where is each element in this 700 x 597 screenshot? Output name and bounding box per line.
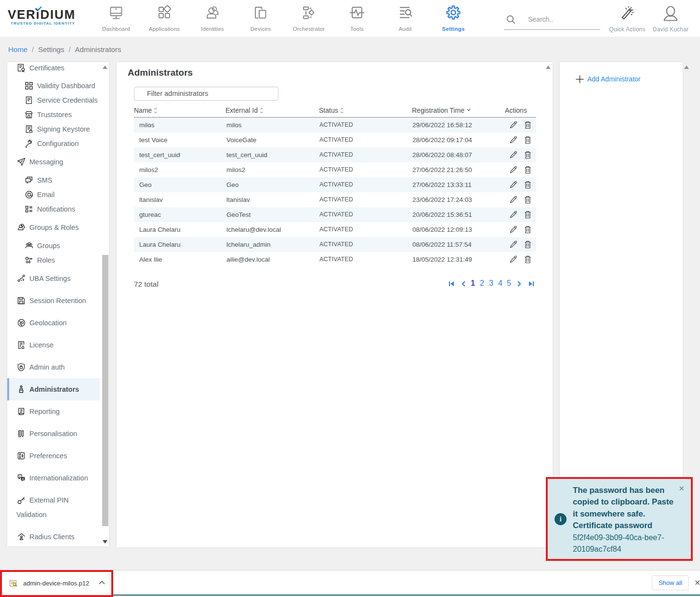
svg-text:a: a (19, 475, 21, 478)
svg-text:A: A (22, 478, 25, 480)
